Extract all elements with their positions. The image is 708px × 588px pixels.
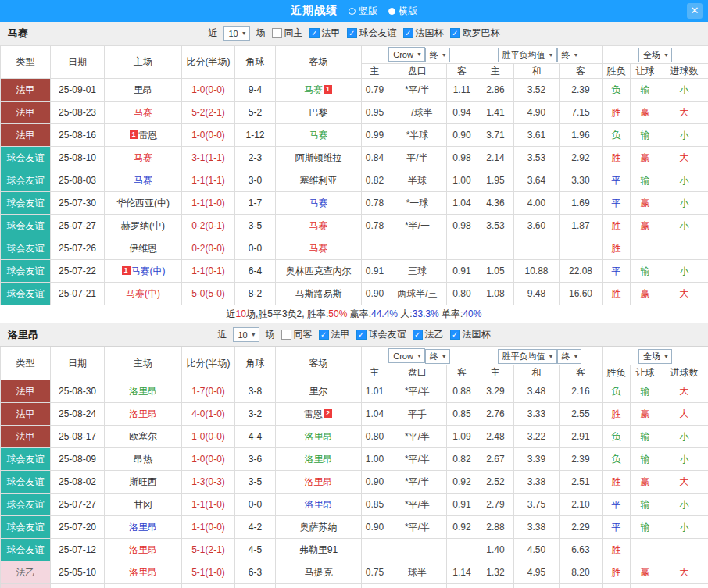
handicap: 平手 (388, 403, 447, 426)
filter-checkbox-法甲[interactable]: ✓法甲 (319, 328, 350, 341)
fulltime-select-value: 全场 (643, 49, 660, 61)
corners: 9-4 (235, 79, 276, 102)
sub-header: 客 (447, 64, 477, 79)
away-team: 奥林匹克查内尔 (286, 265, 352, 276)
titlebar: 近期战绩 竖版 横版 ✕ (0, 0, 708, 22)
odds-home: 1.00 (362, 448, 388, 471)
away-team-cell: 洛里昂 (276, 426, 362, 448)
away-team: 马赛 (309, 220, 328, 231)
odds-away: 0.98 (447, 215, 477, 237)
checkbox-icon: ✓ (450, 28, 460, 38)
crow-select[interactable]: Crow▼ (388, 47, 425, 62)
away-team: 阿斯顿维拉 (295, 152, 342, 163)
handicap: *半球 (388, 124, 447, 147)
match-date: 25-05-03 (51, 584, 105, 588)
final-select-2[interactable]: 终▼ (557, 349, 582, 364)
filter-checkbox-欧罗巴杯[interactable]: ✓欧罗巴杯 (450, 27, 500, 40)
odds-home: 0.79 (362, 79, 388, 102)
team-band: 洛里昂近10▼场同客✓法甲✓球会友谊✓法乙✓法国杯 (0, 323, 708, 347)
avg-select-value: 胜平负均值 (502, 49, 545, 61)
avg-draw: 3.61 (514, 124, 560, 147)
score: 1-0(0-0) (182, 79, 235, 102)
filter-checkbox-法乙[interactable]: ✓法乙 (413, 328, 444, 341)
result: 负 (603, 124, 631, 147)
avg-select[interactable]: 胜平负均值▼ (498, 48, 557, 62)
avg-draw: 3.52 (514, 79, 560, 102)
match-count-select[interactable]: 10▼ (223, 26, 249, 41)
checkbox-label: 球会友谊 (359, 27, 397, 40)
layout-radio-vertical[interactable]: 竖版 (349, 5, 377, 18)
home-team-cell: 洛里昂 (105, 380, 182, 403)
filter-checkbox-法甲[interactable]: ✓法甲 (309, 27, 341, 40)
handicap: *平/半 (388, 516, 447, 539)
close-icon[interactable]: ✕ (687, 3, 703, 19)
filter-checkbox-球会友谊[interactable]: ✓球会友谊 (356, 328, 406, 341)
col-header: 类型 (1, 347, 51, 380)
match-row: 球会友谊25-08-09昂热1-0(0-0)3-6洛里昂1.00*平/半0.82… (1, 448, 708, 471)
layout-radio-horizontal[interactable]: 横版 (388, 5, 417, 18)
sections-container: 马赛近10▼场同主✓法甲✓球会友谊✓法国杯✓欧罗巴杯类型日期主场比分(半场)角球… (0, 22, 708, 588)
match-type: 法甲 (1, 102, 51, 124)
goals-result: 小 (660, 260, 708, 283)
filter-checkbox-球会友谊[interactable]: ✓球会友谊 (347, 27, 397, 40)
match-type: 球会友谊 (1, 471, 51, 494)
match-count-select-value: 10 (238, 330, 247, 340)
odds-away (447, 539, 477, 561)
handicap: 球半 (388, 561, 447, 584)
avg-away: 6.63 (560, 539, 603, 561)
fulltime-header-group: 全场▼ (603, 347, 708, 365)
home-team: 马赛(中) (126, 288, 160, 299)
rank-badge: 1 (130, 130, 138, 139)
odds-home: 0.99 (362, 124, 388, 147)
home-team-cell: 里昂 (105, 79, 182, 102)
final-select-2[interactable]: 终▼ (557, 48, 582, 62)
fulltime-select[interactable]: 全场▼ (638, 48, 672, 62)
home-team-cell: 1马赛(中) (105, 260, 182, 283)
score: 3-1(1-1) (182, 147, 235, 169)
home-team-cell: 欧塞尔 (105, 426, 182, 448)
home-team: 甘冈 (134, 499, 152, 510)
crow-select[interactable]: Crow▼ (388, 348, 425, 363)
avg-home (477, 237, 514, 260)
result: 平 (603, 192, 631, 215)
final-select[interactable]: 终▼ (425, 48, 450, 62)
filter-checkbox-法国杯[interactable]: ✓法国杯 (403, 27, 444, 40)
handicap-result: 输 (631, 494, 660, 516)
col-header: 日期 (51, 347, 105, 380)
avg-select[interactable]: 胜平负均值▼ (498, 349, 557, 364)
odds-away: 1.09 (447, 426, 477, 448)
corners: 3-8 (235, 380, 276, 403)
odds-away: 0.88 (447, 380, 477, 403)
result: 平 (603, 516, 631, 539)
match-row: 法甲25-09-01里昂1-0(0-0)9-4马赛10.79*平/半1.112.… (1, 79, 708, 102)
odds-header-group: Crow▼终▼ (362, 46, 477, 64)
checkbox-icon: ✓ (347, 28, 357, 38)
filter-checkbox-同主[interactable]: 同主 (272, 27, 303, 40)
filter-checkbox-法国杯[interactable]: ✓法国杯 (450, 328, 491, 341)
score: 4-0(1-0) (182, 403, 235, 426)
final-select[interactable]: 终▼ (425, 349, 450, 364)
match-date: 25-09-01 (51, 79, 105, 102)
result: 胜 (603, 237, 631, 260)
avg-home: 1.95 (477, 169, 514, 192)
result: 负 (603, 448, 631, 471)
handicap: 半球 (388, 169, 447, 192)
result: 胜 (603, 403, 631, 426)
match-count-select[interactable]: 10▼ (233, 327, 259, 342)
filter-checkbox-同客[interactable]: 同客 (281, 328, 313, 341)
result: 胜 (603, 471, 631, 494)
home-team-cell: 马赛 (105, 147, 182, 169)
summary-part: 10 (236, 308, 246, 319)
home-team: 华伦西亚(中) (116, 198, 170, 208)
col-header: 客场 (276, 46, 362, 79)
unit-label: 场 (266, 328, 275, 341)
away-team-cell: 阿斯顿维拉 (276, 147, 362, 169)
home-team-cell: 洛里昂 (105, 561, 182, 584)
checkbox-icon: ✓ (413, 330, 423, 340)
avg-away: 2.29 (560, 516, 603, 539)
score: 0-2(0-1) (182, 215, 235, 237)
match-date: 25-08-16 (51, 124, 105, 147)
home-team-cell: 洛里昂 (105, 516, 182, 539)
fulltime-select[interactable]: 全场▼ (638, 349, 672, 364)
match-date: 25-07-27 (51, 215, 105, 237)
